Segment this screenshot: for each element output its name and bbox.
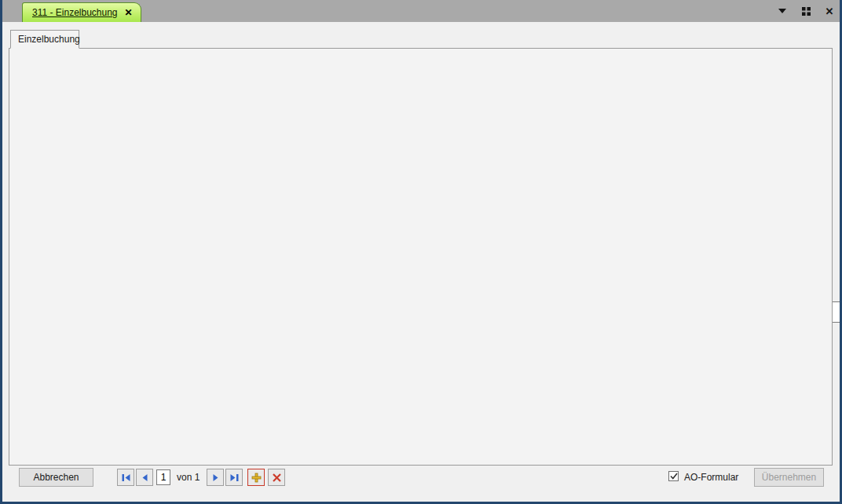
document-tab[interactable]: 311 - Einzelbuchung ✕ (22, 2, 141, 22)
cancel-button[interactable]: Abbrechen (19, 468, 93, 487)
page-number-input[interactable] (156, 469, 170, 485)
submit-button[interactable]: Übernehmen (754, 468, 824, 487)
previous-record-button[interactable] (136, 469, 153, 486)
last-record-button[interactable] (225, 469, 243, 486)
caret-down-icon[interactable] (776, 5, 789, 17)
first-record-icon (121, 473, 131, 483)
delete-record-button[interactable] (268, 469, 285, 486)
add-record-button[interactable] (247, 469, 265, 486)
document-tab-close-icon[interactable]: ✕ (125, 7, 133, 18)
page-count-label: von 1 (177, 472, 200, 483)
form-panel (9, 48, 833, 466)
tab-einzelbuchung-label: Einzelbuchung (18, 34, 80, 45)
layout-grid-icon[interactable] (800, 5, 812, 17)
tab-einzelbuchung[interactable]: Einzelbuchung (10, 30, 79, 49)
cancel-button-label: Abbrechen (33, 472, 79, 483)
window-controls: ✕ (776, 0, 836, 22)
check-icon (670, 473, 678, 480)
delete-x-icon (272, 473, 282, 483)
last-record-icon (229, 473, 240, 483)
submit-button-label: Übernehmen (762, 472, 816, 483)
plus-icon (251, 473, 262, 483)
close-icon[interactable]: ✕ (823, 5, 836, 17)
next-record-icon (210, 473, 221, 483)
ao-formular-label: AO-Formular (684, 472, 738, 483)
previous-record-icon (140, 473, 150, 483)
first-record-button[interactable] (117, 469, 134, 486)
document-tab-bar: 311 - Einzelbuchung ✕ ✕ (0, 0, 842, 22)
ao-formular-checkbox[interactable] (668, 471, 679, 481)
document-tab-title: 311 - Einzelbuchung (32, 7, 118, 18)
application-window: 311 - Einzelbuchung ✕ ✕ Einzelbuchung Ma… (0, 0, 842, 504)
next-record-button[interactable] (207, 469, 224, 486)
